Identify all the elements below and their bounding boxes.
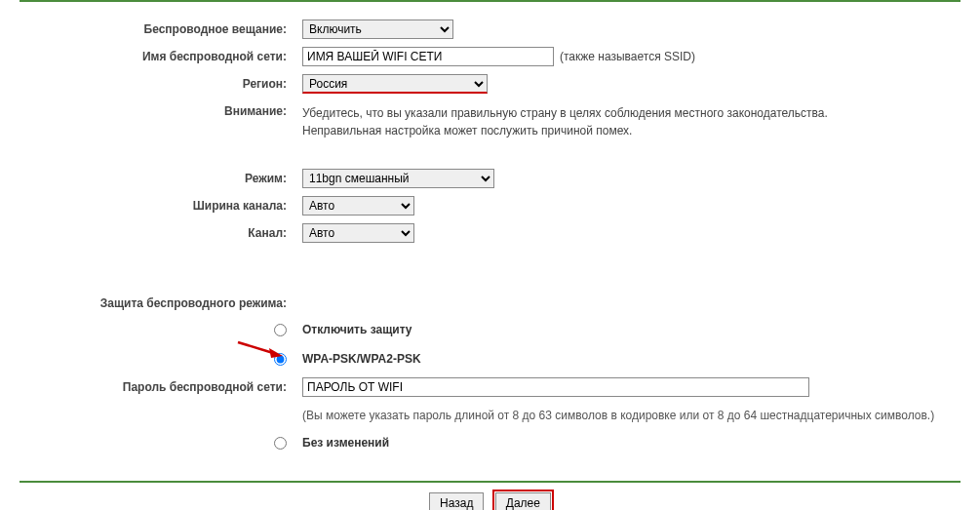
wireless-radio-select[interactable]: Включить (302, 20, 453, 39)
security-label-nochange: Без изменений (302, 434, 389, 450)
channel-width-select[interactable]: Авто (302, 196, 414, 216)
region-select[interactable]: Россия (302, 74, 488, 94)
label-wireless-radio: Беспроводное вещание: (20, 20, 302, 36)
security-radio-disable[interactable] (274, 324, 287, 336)
label-security: Защита беспроводного режима: (20, 294, 302, 310)
password-input[interactable] (302, 377, 809, 397)
attention-text: Убедитесь, что вы указали правильную стр… (302, 101, 848, 139)
mode-select[interactable]: 11bgn смешанный (302, 169, 494, 188)
ssid-input[interactable] (302, 47, 554, 66)
label-mode: Режим: (20, 169, 302, 185)
label-ssid: Имя беспроводной сети: (20, 47, 302, 63)
label-channel-width: Ширина канала: (20, 196, 302, 213)
ssid-hint: (также называется SSID) (560, 50, 695, 63)
label-attention: Внимание: (20, 101, 302, 118)
next-button[interactable]: Далее (495, 492, 551, 510)
security-radio-wpa[interactable] (274, 353, 287, 366)
label-password: Пароль беспроводной сети: (20, 377, 302, 394)
label-channel: Канал: (20, 223, 302, 240)
password-hint: (Вы можете указать пароль длиной от 8 до… (302, 405, 934, 422)
security-radio-nochange[interactable] (274, 437, 287, 450)
channel-select[interactable]: Авто (302, 223, 414, 243)
security-label-disable: Отключить защиту (302, 321, 412, 336)
security-label-wpa: WPA-PSK/WPA2-PSK (302, 350, 421, 366)
label-region: Регион: (20, 74, 302, 91)
back-button[interactable]: Назад (429, 492, 484, 510)
